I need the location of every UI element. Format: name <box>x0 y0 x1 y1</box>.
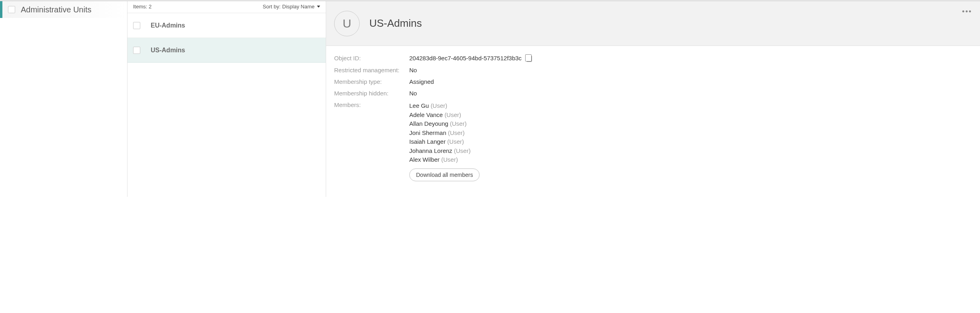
detail-body: Object ID: 204283d8-9ec7-4605-94bd-57375… <box>326 46 980 195</box>
sidebar: Administrative Units <box>0 1 127 197</box>
member-name: Joni Sherman <box>409 129 448 136</box>
member-name: Lee Gu <box>409 102 430 109</box>
detail-title: US-Admins <box>369 17 422 30</box>
value-object-id: 204283d8-9ec7-4605-94bd-5737512f3b3c <box>409 55 532 62</box>
value-restricted: No <box>409 67 417 73</box>
member-type: (User) <box>447 138 464 145</box>
member-item: Allan Deyoung (User) <box>409 119 480 129</box>
member-type: (User) <box>430 102 447 109</box>
value-membership-hidden: No <box>409 90 417 97</box>
row-restricted: Restricted management: No <box>334 67 972 73</box>
list-row[interactable]: EU-Admins <box>127 13 326 38</box>
download-all-members-button[interactable]: Download all members <box>409 168 480 181</box>
sidebar-item-label: Administrative Units <box>21 5 92 14</box>
sort-control[interactable]: Sort by: Display Name <box>263 4 320 10</box>
label-restricted: Restricted management: <box>334 67 409 73</box>
detail-header: U US-Admins ••• <box>326 1 980 46</box>
member-item: Joni Sherman (User) <box>409 129 480 138</box>
value-membership-type: Assigned <box>409 78 434 85</box>
label-membership-type: Membership type: <box>334 78 409 85</box>
avatar-initial: U <box>343 17 351 30</box>
list-row-label: EU-Admins <box>151 22 185 29</box>
member-item: Alex Wilber (User) <box>409 155 480 164</box>
sort-value: Display Name <box>282 4 315 10</box>
member-name: Allan Deyoung <box>409 120 450 127</box>
row-membership-hidden: Membership hidden: No <box>334 90 972 97</box>
member-item: Isaiah Langer (User) <box>409 137 480 147</box>
list-row[interactable]: US-Admins <box>127 38 326 63</box>
more-menu-icon[interactable]: ••• <box>960 6 974 18</box>
sort-prefix: Sort by: <box>263 4 281 10</box>
list-panel: Items: 2 Sort by: Display Name EU-Admins… <box>127 1 326 197</box>
list-row-label: US-Admins <box>151 47 185 54</box>
object-id-text: 204283d8-9ec7-4605-94bd-5737512f3b3c <box>409 55 522 61</box>
list-row-checkbox[interactable] <box>133 22 140 29</box>
member-name: Alex Wilber <box>409 156 441 163</box>
member-name: Adele Vance <box>409 111 444 118</box>
member-type: (User) <box>448 129 465 136</box>
member-item: Adele Vance (User) <box>409 111 480 120</box>
member-item: Johanna Lorenz (User) <box>409 147 480 156</box>
member-item: Lee Gu (User) <box>409 101 480 111</box>
copy-icon[interactable] <box>526 55 532 62</box>
member-name: Isaiah Langer <box>409 138 447 145</box>
members-list: Lee Gu (User)Adele Vance (User)Allan Dey… <box>409 101 480 181</box>
sidebar-item-admin-units[interactable]: Administrative Units <box>0 1 127 18</box>
row-members: Members: Lee Gu (User)Adele Vance (User)… <box>334 101 972 181</box>
caret-down-icon <box>317 6 320 8</box>
row-object-id: Object ID: 204283d8-9ec7-4605-94bd-57375… <box>334 55 972 62</box>
avatar: U <box>334 11 360 36</box>
items-count: Items: 2 <box>133 4 151 10</box>
label-membership-hidden: Membership hidden: <box>334 90 409 97</box>
row-membership-type: Membership type: Assigned <box>334 78 972 85</box>
sidebar-checkbox[interactable] <box>8 6 15 13</box>
detail-panel: U US-Admins ••• Object ID: 204283d8-9ec7… <box>326 1 980 197</box>
member-type: (User) <box>450 120 467 127</box>
list-row-checkbox[interactable] <box>133 47 140 54</box>
member-type: (User) <box>444 111 461 118</box>
label-object-id: Object ID: <box>334 55 409 61</box>
list-header: Items: 2 Sort by: Display Name <box>127 1 326 13</box>
member-type: (User) <box>441 156 458 163</box>
label-members: Members: <box>334 101 409 108</box>
member-type: (User) <box>454 147 471 154</box>
member-name: Johanna Lorenz <box>409 147 454 154</box>
